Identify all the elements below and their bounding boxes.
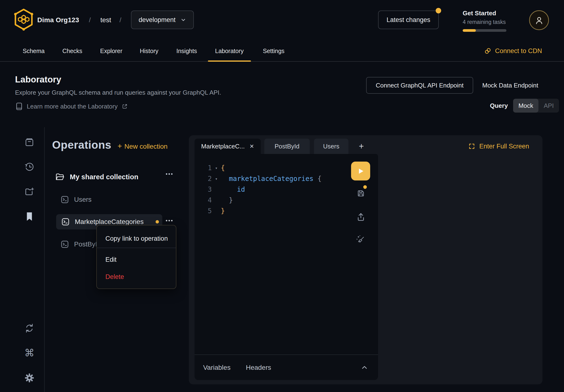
line-number: 3	[194, 185, 212, 193]
unsaved-changes-dot	[156, 220, 159, 224]
mock-data-endpoint-button[interactable]: Mock Data Endpoint	[482, 77, 538, 94]
query-editor: 1 ▾ { 2 ▾ marketplaceCategories { 3 id 4…	[194, 154, 378, 380]
enter-fullscreen-button[interactable]: Enter Full Screen	[468, 139, 529, 154]
query-mode-toggle-row: Query Mock API	[490, 98, 559, 113]
connect-to-cdn-label: Connect to CDN	[495, 47, 542, 55]
play-icon	[357, 167, 365, 175]
person-icon	[534, 15, 544, 25]
rail-shortcuts-button[interactable]: ⌘	[24, 348, 35, 358]
app-logo[interactable]	[14, 8, 33, 31]
editor-tab-postbyid[interactable]: PostById	[264, 139, 310, 154]
learn-more-link[interactable]: Learn more about the Laboratory	[16, 102, 128, 111]
menu-divider	[97, 248, 176, 248]
progress-bar-fill	[463, 29, 476, 32]
add-tab-button[interactable]: +	[355, 139, 368, 154]
close-tab-icon[interactable]: ✕	[249, 143, 254, 150]
operation-item-postbyid[interactable]: PostById	[61, 238, 101, 251]
external-link-icon	[122, 103, 128, 109]
menu-item-copy-link[interactable]: Copy link to operation	[105, 235, 168, 242]
operation-more-options-button[interactable]	[165, 219, 173, 222]
unsaved-changes-dot	[363, 185, 367, 189]
progress-bar	[463, 29, 506, 32]
tab-laboratory[interactable]: Laboratory	[215, 41, 244, 61]
run-query-button[interactable]	[351, 162, 370, 181]
code-token: {	[221, 164, 225, 172]
collection-more-options-button[interactable]	[165, 173, 173, 175]
line-number: 2	[194, 175, 212, 183]
operation-label: MarketplaceCategories	[75, 218, 144, 226]
breadcrumb-org[interactable]: Dima Org123	[37, 16, 79, 24]
variant-select-label: development	[139, 16, 176, 24]
enter-fullscreen-label: Enter Full Screen	[479, 143, 529, 150]
main-nav: Schema Checks Explorer History Insights …	[0, 41, 564, 62]
editor-tab-users[interactable]: Users	[314, 139, 348, 154]
connect-graphql-endpoint-label: Connect GraphQL API Endpoint	[376, 82, 464, 89]
more-options-icon	[165, 219, 173, 222]
workbench-panel: MarketplaceC... ✕ PostById Users + Enter…	[189, 135, 542, 384]
notification-dot	[436, 8, 441, 13]
latest-changes-button[interactable]: Latest changes	[378, 11, 439, 29]
rail-sync-button[interactable]	[24, 323, 35, 334]
connect-to-cdn-link[interactable]: Connect to CDN	[484, 41, 542, 61]
code-line: 4 }	[194, 195, 378, 206]
tab-label: Laboratory	[215, 48, 244, 55]
menu-item-delete[interactable]: Delete	[105, 273, 124, 281]
rail-settings-button[interactable]	[24, 373, 35, 383]
mock-data-endpoint-label: Mock Data Endpoint	[482, 82, 538, 89]
operation-icon	[61, 218, 69, 226]
menu-item-edit[interactable]: Edit	[105, 256, 117, 263]
tab-checks[interactable]: Checks	[62, 41, 82, 61]
broom-sparkles-icon	[355, 234, 365, 245]
latest-changes-label: Latest changes	[386, 16, 430, 24]
command-icon: ⌘	[24, 348, 34, 358]
new-collection-label: New collection	[124, 143, 168, 150]
breadcrumb-graph[interactable]: test	[100, 16, 111, 24]
variant-select[interactable]: development	[131, 11, 194, 29]
user-avatar[interactable]	[529, 10, 549, 30]
fold-caret[interactable]: ▾	[212, 176, 221, 181]
history-icon	[24, 162, 34, 172]
tab-history[interactable]: History	[140, 41, 158, 61]
collapse-footer-button[interactable]	[361, 364, 368, 371]
editor-tab-marketplacecategories[interactable]: MarketplaceC... ✕	[194, 139, 261, 154]
folder-plus-icon	[24, 187, 34, 197]
rail-archive-box-button[interactable]	[24, 137, 35, 147]
rail-new-collection-button[interactable]	[24, 186, 35, 197]
query-mode-api[interactable]: API	[538, 99, 559, 112]
chevron-down-icon	[180, 17, 186, 23]
code-token: id	[221, 185, 245, 193]
tab-schema[interactable]: Schema	[23, 41, 45, 61]
page-description: Explore your GraphQL schema and run quer…	[15, 89, 221, 96]
get-started-widget[interactable]: Get Started 4 remaining tasks	[463, 10, 506, 32]
rail-saved-operations-button[interactable]	[24, 211, 35, 222]
code-token: }	[221, 196, 233, 204]
fold-caret[interactable]: ▾	[212, 166, 221, 170]
save-icon	[357, 189, 365, 198]
editor-footer: Variables Headers	[194, 354, 378, 380]
save-operation-button[interactable]	[356, 188, 366, 199]
operation-context-menu: Copy link to operation Edit Delete	[96, 225, 176, 289]
variables-tab[interactable]: Variables	[203, 364, 231, 371]
new-collection-button[interactable]: + New collection	[118, 142, 167, 151]
plus-icon: +	[118, 142, 122, 151]
connect-graphql-endpoint-button[interactable]: Connect GraphQL API Endpoint	[366, 77, 473, 94]
operation-item-users[interactable]: Users	[61, 193, 92, 206]
query-mode-mock[interactable]: Mock	[513, 99, 538, 112]
chevron-up-icon	[361, 364, 368, 371]
code-line: 1 ▾ {	[194, 163, 378, 173]
breadcrumb-separator: /	[120, 16, 121, 24]
operation-icon	[61, 196, 69, 204]
code-token: marketplaceCategories	[221, 175, 314, 183]
prettify-query-button[interactable]	[355, 234, 365, 245]
tab-explorer[interactable]: Explorer	[100, 41, 122, 61]
sync-icon	[24, 323, 34, 333]
headers-tab[interactable]: Headers	[246, 364, 271, 371]
code-area[interactable]: 1 ▾ { 2 ▾ marketplaceCategories { 3 id 4…	[194, 163, 378, 216]
collection-name: My shared collection	[70, 173, 138, 181]
collection-row[interactable]: My shared collection	[55, 170, 175, 183]
share-operation-button[interactable]	[356, 212, 366, 222]
upload-icon	[356, 212, 365, 222]
tab-settings[interactable]: Settings	[263, 41, 284, 61]
tab-insights[interactable]: Insights	[176, 41, 197, 61]
rail-history-button[interactable]	[24, 162, 35, 172]
